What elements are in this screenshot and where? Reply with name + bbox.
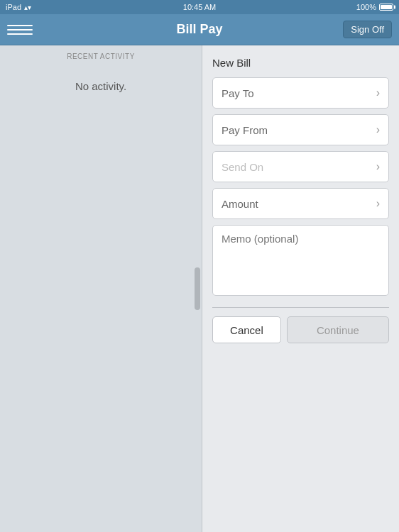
divider [212, 307, 389, 308]
nav-bar: Bill Pay Sign Off [0, 14, 399, 45]
battery-label: 100% [356, 3, 376, 11]
wifi-icon: ▴▾ [24, 4, 31, 11]
send-on-row[interactable]: Send On › [212, 151, 389, 182]
continue-button[interactable]: Continue [287, 316, 389, 343]
page-title: Bill Pay [176, 22, 222, 37]
right-panel: New Bill Pay To › Pay From › Send On › A… [202, 45, 399, 532]
send-on-chevron-icon: › [376, 160, 380, 173]
pay-from-row[interactable]: Pay From › [212, 114, 389, 145]
battery-icon [379, 4, 393, 11]
amount-chevron-icon: › [376, 197, 380, 210]
menu-line-3 [7, 33, 33, 35]
pay-to-chevron-icon: › [376, 87, 380, 99]
pay-to-row[interactable]: Pay To › [212, 77, 389, 109]
cancel-button[interactable]: Cancel [212, 316, 281, 343]
main-layout: RECENT ACTIVITY No activity. New Bill Pa… [0, 45, 399, 532]
left-panel: RECENT ACTIVITY No activity. [0, 45, 202, 532]
no-activity-text: No activity. [0, 80, 202, 92]
pay-to-label: Pay To [222, 87, 254, 99]
amount-row[interactable]: Amount › [212, 188, 389, 219]
action-buttons: Cancel Continue [212, 316, 389, 343]
recent-activity-label: RECENT ACTIVITY [0, 45, 202, 66]
scroll-handle[interactable] [195, 267, 200, 310]
menu-line-1 [7, 25, 33, 26]
status-bar: iPad ▴▾ 10:45 AM 100% [0, 0, 399, 14]
send-on-label: Send On [222, 161, 263, 173]
new-bill-title: New Bill [212, 57, 389, 69]
status-time: 10:45 AM [183, 3, 216, 11]
menu-button[interactable] [7, 19, 33, 40]
sign-off-button[interactable]: Sign Off [343, 21, 392, 38]
status-left: iPad ▴▾ [6, 3, 31, 11]
pay-from-chevron-icon: › [376, 123, 380, 136]
menu-line-2 [7, 29, 33, 31]
pay-from-label: Pay From [222, 124, 268, 136]
memo-input[interactable] [212, 225, 389, 296]
status-right: 100% [356, 3, 393, 11]
device-label: iPad [6, 3, 21, 11]
amount-label: Amount [222, 198, 258, 210]
